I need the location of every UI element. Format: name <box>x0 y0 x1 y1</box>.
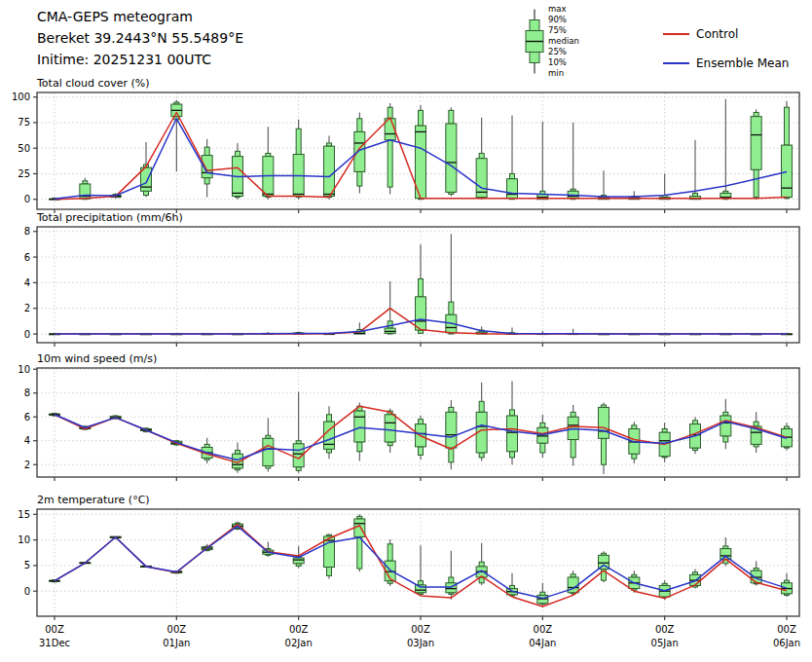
boxplot-stat-label: 75% <box>548 25 579 36</box>
panel-frame <box>37 509 799 616</box>
boxplot-stat-label: min <box>548 68 579 79</box>
x-tick-time: 00Z <box>45 624 64 635</box>
panel-total-precipitation-mm-6h: 02468Total precipitation (mm/6h) <box>24 211 799 347</box>
legend-ensemble-mean-label: Ensemble Mean <box>696 56 789 70</box>
y-tick-label: 75 <box>18 117 30 128</box>
panel-2m-temperature-c: 0510152m temperature (°C)00Z31Dec00Z01Ja… <box>18 494 800 648</box>
ensemble-mean-line-swatch <box>663 62 689 64</box>
boxplot-legend: max 90% 75% median 25% 10% min <box>548 4 579 79</box>
y-tick-label: 25 <box>18 168 30 179</box>
boxplot-stat-label: 90% <box>548 15 579 25</box>
x-tick-time: 00Z <box>289 624 309 635</box>
x-tick-time: 00Z <box>655 624 675 635</box>
x-axis-labels: 00Z31Dec00Z01Jan00Z02Jan00Z03Jan00Z04Jan… <box>39 624 800 648</box>
y-tick-label: 6 <box>24 412 30 423</box>
y-tick-label: 2 <box>24 460 30 470</box>
y-tick-label: 10 <box>18 364 30 375</box>
y-tick-label: 15 <box>18 509 30 520</box>
figure-inittime: Initime: 20251231 00UTC <box>37 49 243 70</box>
x-tick-date: 31Dec <box>39 638 70 648</box>
x-tick-date: 05Jan <box>651 638 679 648</box>
y-tick-label: 4 <box>24 277 30 288</box>
figure-title: CMA-GEPS meteogram <box>37 6 243 27</box>
y-tick-label: 0 <box>24 586 30 597</box>
legend-p10-p25-box <box>530 53 539 63</box>
figure-header: CMA-GEPS meteogram Bereket 39.2443°N 55.… <box>37 6 243 70</box>
control-line-swatch <box>663 33 689 35</box>
panel-10m-wind-speed-m-s: 24681010m wind speed (m/s) <box>18 352 799 481</box>
panel-total-cloud-cover: 0255075100Total cloud cover (%) <box>12 77 799 213</box>
x-tick-date: 03Jan <box>407 638 434 648</box>
y-tick-label: 6 <box>24 252 30 263</box>
boxplot-stat-label: 10% <box>548 57 579 68</box>
y-tick-label: 100 <box>12 92 30 102</box>
x-tick-time: 00Z <box>534 624 553 635</box>
x-tick-time: 00Z <box>167 624 187 635</box>
y-tick-label: 4 <box>24 435 30 446</box>
x-tick-date: 01Jan <box>163 638 190 648</box>
x-tick-time: 00Z <box>777 624 796 635</box>
x-tick-date: 04Jan <box>529 638 556 648</box>
panel-title: 10m wind speed (m/s) <box>37 352 157 365</box>
ensemble-boxes <box>50 514 793 607</box>
ensemble-boxes <box>50 99 793 200</box>
y-tick-label: 2 <box>24 303 30 313</box>
gridlines <box>37 509 799 616</box>
figure-location: Bereket 39.2443°N 55.5489°E <box>37 27 243 49</box>
legend-control-label: Control <box>696 27 738 41</box>
x-tick-date: 02Jan <box>285 638 313 648</box>
y-tick-label: 8 <box>24 226 30 237</box>
legend-p75-p90-box <box>530 20 539 31</box>
y-tick-label: 0 <box>24 194 30 204</box>
panel-title: 2m temperature (°C) <box>37 494 150 506</box>
y-tick-label: 8 <box>24 387 30 398</box>
y-tick-label: 10 <box>18 534 30 545</box>
meteogram-chart: 0255075100Total cloud cover (%)02468Tota… <box>0 0 812 662</box>
boxplot-stat-label: 25% <box>548 47 579 57</box>
y-tick-label: 5 <box>24 560 30 570</box>
meteogram-figure: 0255075100Total cloud cover (%)02468Tota… <box>0 0 812 662</box>
panel-title: Total cloud cover (%) <box>36 77 150 90</box>
axis-ticks-and-labels: 051015 <box>18 509 787 620</box>
box-whisker-legend-glyph <box>521 4 550 80</box>
x-tick-date: 06Jan <box>773 638 800 648</box>
ensemble-boxes <box>50 381 793 474</box>
boxplot-stat-label: median <box>548 36 579 47</box>
x-tick-time: 00Z <box>411 624 430 635</box>
y-tick-label: 50 <box>18 143 30 154</box>
boxplot-stat-label: max <box>548 4 579 15</box>
y-tick-label: 0 <box>24 329 30 340</box>
axis-ticks-and-labels: 02468 <box>24 226 787 347</box>
panel-title: Total precipitation (mm/6h) <box>36 211 183 224</box>
